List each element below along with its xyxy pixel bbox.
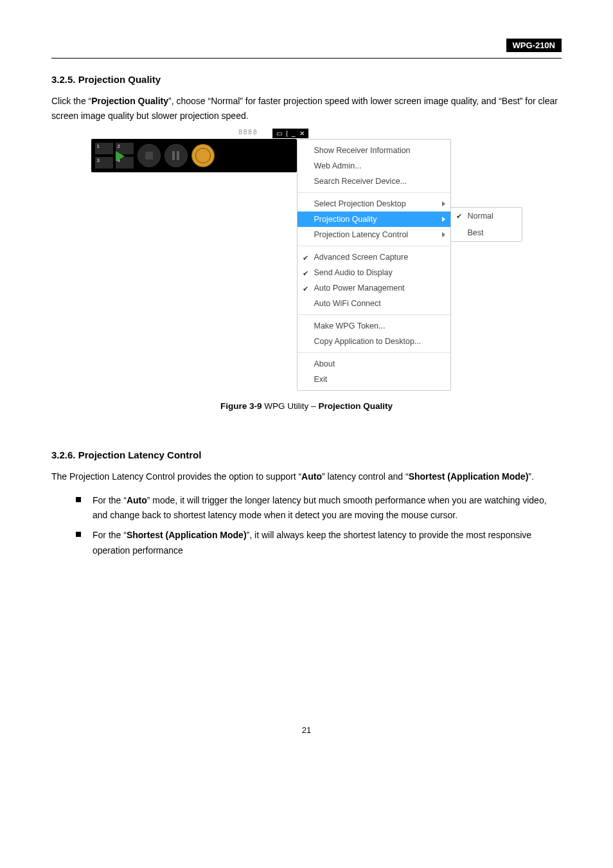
menu-label: Select Projection Desktop [314,199,406,208]
document-page: WPG-210N 3.2.5. Projection Quality Click… [0,0,613,868]
submenu-normal[interactable]: ✔Normal [451,208,522,224]
figure-caption: Figure 3-9 WPG Utility – Projection Qual… [51,401,562,411]
menu-advanced-screen-capture[interactable]: ✔Advanced Screen Capture [298,249,450,265]
device-badge: WPG-210N [506,39,562,52]
pause-button[interactable] [164,144,188,167]
check-icon: ✔ [303,254,308,262]
menu-label: Auto WiFi Connect [314,299,381,308]
submenu-label: Normal [468,212,493,221]
bold-text: Shortest (Application Mode) [409,471,529,482]
bold-text: Auto [301,471,322,482]
context-menu: Show Receiver Information Web Admin... S… [297,139,451,391]
menu-web-admin[interactable]: Web Admin... [298,158,450,174]
login-code: 8888 [238,129,258,136]
menu-about[interactable]: About [298,356,450,372]
menu-label: Auto Power Management [314,284,405,293]
stop-button[interactable] [138,144,161,167]
divider-icon: | [286,130,288,137]
menu-projection-latency-control[interactable]: Projection Latency Control [298,227,450,242]
menu-exit[interactable]: Exit [298,372,450,387]
quadrant-selector[interactable]: 1 2 3 4 [95,143,134,168]
bold-text: Shortest (Application Mode) [127,530,247,540]
menu-label: Web Admin... [314,161,362,170]
bullet-list: For the “Auto” mode, it will trigger the… [76,493,562,557]
menu-group-5: About Exit [298,353,450,390]
menu-make-wpg-token[interactable]: Make WPG Token... [298,318,450,334]
figure-title: Projection Quality [318,401,393,411]
menu-label: Exit [314,375,328,384]
section1-paragraph: Click the “Projection Quality”, choose “… [51,94,562,123]
web-button[interactable] [191,144,215,167]
menu-select-projection-desktop[interactable]: Select Projection Desktop [298,196,450,212]
menu-send-audio[interactable]: ✔Send Audio to Display [298,265,450,280]
control-bar-wrapper: 8888 ▭ | _ ✕ 1 2 3 4 [91,139,297,172]
control-bar: 1 2 3 4 [91,139,297,172]
submenu-label: Best [468,228,484,237]
submenu-best[interactable]: Best [451,224,522,241]
titlebar-controls: ▭ | _ ✕ [272,129,308,138]
figure-mid: WPG Utility – [262,401,319,411]
bold-text: Projection Quality [91,96,168,106]
close-icon[interactable]: ✕ [299,130,305,137]
text: Click the “ [51,96,91,106]
text: ”. [528,471,534,482]
menu-auto-power-management[interactable]: ✔Auto Power Management [298,280,450,296]
control-bar-inner: 1 2 3 4 [95,143,293,168]
heading-326: 3.2.6. Projection Latency Control [51,449,562,460]
text: For the “ [93,530,127,540]
menu-label: Search Receiver Device... [314,177,407,186]
minimize-icon[interactable]: _ [292,130,296,137]
menu-auto-wifi-connect[interactable]: Auto WiFi Connect [298,296,450,311]
submenu-projection-quality: ✔Normal Best [450,207,522,242]
play-icon [116,151,125,161]
menu-label: Show Receiver Information [314,146,411,155]
menu-group-2: Select Projection Desktop Projection Qua… [298,193,450,246]
menu-group-3: ✔Advanced Screen Capture ✔Send Audio to … [298,246,450,315]
check-icon: ✔ [456,212,462,221]
menu-label: About [314,359,335,368]
stop-icon [145,152,153,159]
menu-label: Copy Application to Desktop... [314,337,422,346]
text: The Projection Latency Control provides … [51,471,301,482]
menu-label: Advanced Screen Capture [314,253,409,262]
menu-show-receiver-info[interactable]: Show Receiver Information [298,143,450,158]
check-icon: ✔ [303,285,308,293]
section2-paragraph: The Projection Latency Control provides … [51,469,562,484]
figure-3-9: 8888 ▭ | _ ✕ 1 2 3 4 [51,139,562,391]
menu-label: Make WPG Token... [314,321,386,330]
text: ” latency control and “ [322,471,409,482]
menu-projection-quality[interactable]: Projection Quality [298,212,450,227]
list-item: For the “Shortest (Application Mode)”, i… [76,528,562,557]
menu-group-1: Show Receiver Information Web Admin... S… [298,140,450,193]
menu-search-receiver[interactable]: Search Receiver Device... [298,174,450,189]
menu-copy-application[interactable]: Copy Application to Desktop... [298,334,450,349]
header-rule [51,58,562,59]
figure-box: 8888 ▭ | _ ✕ 1 2 3 4 [91,139,522,391]
heading-325: 3.2.5. Projection Quality [51,74,562,85]
menu-group-4: Make WPG Token... Copy Application to De… [298,315,450,353]
bold-text: Auto [127,495,147,505]
pause-icon [172,151,179,160]
page-number: 21 [51,725,562,735]
list-item: For the “Auto” mode, it will trigger the… [76,493,562,523]
menu-icon[interactable]: ▭ [276,130,282,137]
menu-label: Send Audio to Display [314,268,393,277]
text: For the “ [93,495,127,505]
text: ” mode, it will trigger the longer laten… [93,495,547,520]
menu-label: Projection Quality [314,215,377,224]
check-icon: ✔ [303,269,308,278]
figure-num: Figure 3-9 [220,401,262,411]
menu-label: Projection Latency Control [314,230,409,239]
